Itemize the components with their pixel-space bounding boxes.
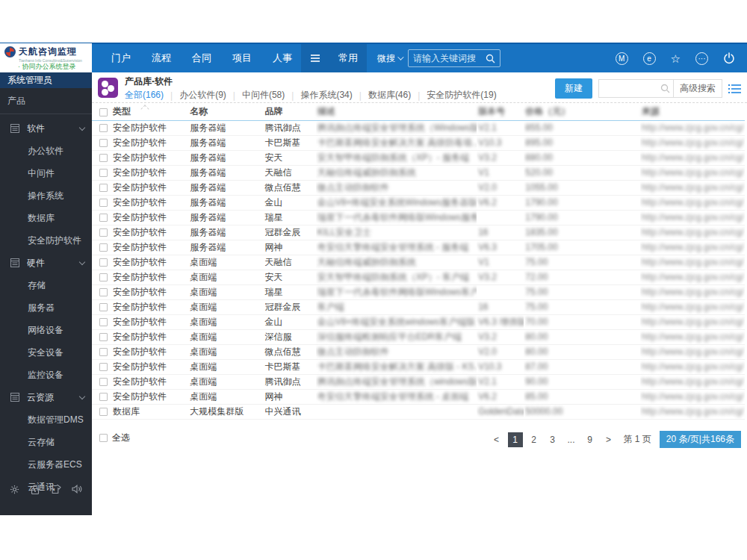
row-checkbox[interactable] (99, 199, 108, 207)
oa-login-link[interactable]: · 协同办公系统登录 (18, 62, 87, 72)
row-checkbox[interactable] (99, 139, 108, 147)
lock-icon[interactable] (30, 484, 40, 495)
advanced-search-button[interactable]: 高级搜索 (673, 80, 722, 97)
row-checkbox[interactable] (99, 228, 108, 237)
sidebar-item-数据库[interactable]: 数据库 (0, 207, 92, 229)
power-icon[interactable] (723, 52, 735, 64)
select-all-checkbox[interactable] (99, 434, 108, 442)
theme-shirt-icon[interactable] (49, 484, 61, 494)
sidebar-section-product[interactable]: 产品 (0, 88, 92, 114)
row-checkbox[interactable] (99, 378, 108, 386)
row-checkbox[interactable] (99, 303, 108, 311)
sidebar-item-存储[interactable]: 存储 (0, 274, 92, 296)
volume-speaker-icon[interactable] (71, 484, 83, 494)
sidebar-group-硬件[interactable]: 硬件 (0, 252, 92, 274)
module-icon (10, 258, 19, 267)
tab-安全防护软件(19)[interactable]: 安全防护软件(19) (427, 88, 496, 102)
row-checkbox[interactable] (99, 243, 108, 252)
global-search-input[interactable] (413, 53, 482, 63)
column-header: 价格（元） (524, 104, 639, 120)
tab-中间件(58)[interactable]: 中间件(58) (242, 88, 285, 102)
select-all-label: 全选 (112, 432, 130, 444)
prev-page-button[interactable]: < (489, 432, 504, 447)
row-checkbox[interactable] (99, 169, 108, 177)
sidebar-item-办公软件[interactable]: 办公软件 (0, 140, 92, 162)
tab-separator: | (359, 90, 362, 101)
settings-gear-icon[interactable] (9, 484, 20, 495)
cell-price: 75.00 (524, 255, 639, 270)
cell-name: 桌面端 (188, 255, 263, 270)
current-page-text: 第 1 页 (624, 433, 651, 446)
row-checkbox[interactable] (99, 258, 108, 267)
sidebar-item-云服务器ECS[interactable]: 云服务器ECS (0, 453, 92, 476)
cell-ver: V2.0 (477, 344, 524, 359)
message-icon[interactable]: M (616, 52, 628, 65)
sidebar-item-中间件[interactable]: 中间件 (0, 162, 92, 184)
sidebar-item-服务器[interactable]: 服务器 (0, 296, 92, 319)
sidebar-item-操作系统[interactable]: 操作系统 (0, 184, 92, 207)
cell-ver: V2.1 (477, 374, 524, 389)
sidebar-group-软件[interactable]: 软件 (0, 117, 92, 140)
row-checkbox[interactable] (99, 393, 108, 401)
page-button-1[interactable]: 1 (508, 432, 523, 447)
sidebar-item-安全设备[interactable]: 安全设备 (0, 341, 92, 364)
cell-src: http://www.zjcg.gov.cn/cg/ (640, 270, 745, 284)
sidebar-item-数据管理DMS[interactable]: 数据管理DMS (0, 408, 92, 431)
cell-type: 安全防护软件 (111, 374, 188, 389)
table-row: 安全防护软件桌面端金山金山V8+终端安全系统windows客户端版V6.3 增强… (92, 314, 745, 329)
nav-item[interactable]: 流程 (143, 44, 180, 72)
page-button-2[interactable]: 2 (527, 432, 542, 447)
cell-check (92, 389, 111, 404)
cell-src: http://www.zjcg.gov.cn/cg/ (640, 359, 745, 374)
row-checkbox[interactable] (99, 184, 108, 192)
global-search-box[interactable] (408, 49, 500, 67)
search-icon[interactable] (660, 84, 670, 93)
row-checkbox[interactable] (99, 363, 108, 371)
row-checkbox[interactable] (99, 154, 108, 162)
nav-item[interactable]: 人事 (264, 44, 301, 72)
cell-type: 安全防护软件 (111, 299, 188, 314)
tab-办公软件(9)[interactable]: 办公软件(9) (179, 88, 226, 102)
wesearch-dropdown[interactable]: 微搜 (377, 52, 402, 65)
table-header-row: 类型名称品牌描述版本号价格（元）来源 (92, 104, 745, 120)
page-button-9[interactable]: 9 (583, 432, 598, 447)
feedback-icon[interactable]: e (643, 52, 656, 65)
row-checkbox[interactable] (99, 214, 108, 222)
table-search-input[interactable] (599, 84, 657, 94)
nav-menu-button[interactable] (301, 44, 329, 72)
cell-desc: 卡巴斯基网络安全解决方案 高级防毒墙… (316, 135, 477, 150)
row-checkbox[interactable] (99, 318, 108, 326)
new-button[interactable]: 新建 (555, 78, 592, 99)
search-icon[interactable] (486, 54, 495, 63)
tab-操作系统(34)[interactable]: 操作系统(34) (300, 88, 352, 102)
nav-item[interactable]: 合同 (183, 44, 220, 72)
nav-item[interactable]: 项目 (223, 44, 261, 72)
sidebar-group-label: 软件 (27, 122, 80, 135)
next-page-button[interactable]: > (601, 432, 616, 447)
row-checkbox[interactable] (99, 288, 108, 296)
page-button-3[interactable]: 3 (545, 432, 560, 447)
sidebar-item-监控设备[interactable]: 监控设备 (0, 364, 92, 386)
cell-ver: GoldenData s… (477, 404, 524, 419)
cell-type: 安全防护软件 (111, 165, 188, 180)
nav-item-changyong[interactable]: 常用 (329, 44, 367, 72)
tab-全部(166)[interactable]: 全部(166) (125, 88, 164, 102)
tab-separator: | (291, 90, 294, 101)
more-options-icon[interactable]: ··· (695, 52, 708, 65)
cell-name: 服务器端 (188, 240, 263, 255)
row-checkbox[interactable] (99, 333, 108, 341)
list-view-icon[interactable] (728, 84, 741, 94)
nav-item[interactable]: 门户 (102, 44, 140, 72)
sidebar-item-网络设备[interactable]: 网络设备 (0, 319, 92, 341)
cell-price: 880.00 (524, 150, 639, 165)
row-checkbox[interactable] (99, 124, 108, 132)
row-checkbox[interactable] (99, 408, 108, 416)
tab-数据库(46)[interactable]: 数据库(46) (368, 88, 411, 102)
row-checkbox[interactable] (99, 273, 108, 281)
select-all-header-checkbox[interactable] (99, 108, 108, 116)
favorite-star-icon[interactable]: ☆ (671, 53, 681, 64)
sidebar-item-安全防护软件[interactable]: 安全防护软件 (0, 229, 92, 252)
sidebar-group-云资源[interactable]: 云资源 (0, 386, 92, 408)
row-checkbox[interactable] (99, 348, 108, 356)
sidebar-item-云存储[interactable]: 云存储 (0, 431, 92, 453)
